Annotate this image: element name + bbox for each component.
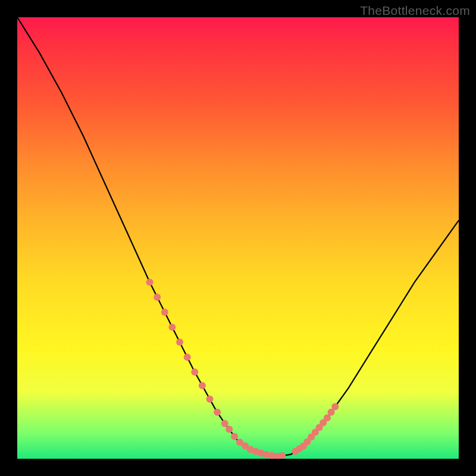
marker-dot xyxy=(161,309,168,316)
marker-dot xyxy=(214,409,221,416)
main-curve xyxy=(17,17,459,456)
marker-dot xyxy=(168,324,176,331)
curve-svg xyxy=(17,17,459,459)
marker-dot xyxy=(331,403,339,410)
marker-dot xyxy=(231,433,238,440)
marker-dot xyxy=(154,293,161,300)
marker-segment-2 xyxy=(292,403,339,455)
marker-dot xyxy=(278,452,286,459)
marker-dot xyxy=(176,339,183,346)
marker-dot xyxy=(226,426,233,433)
marker-dot xyxy=(206,396,214,403)
marker-segment-1 xyxy=(226,426,286,459)
curve-group xyxy=(17,17,459,459)
plot-area xyxy=(17,17,459,459)
marker-dot xyxy=(199,382,206,389)
marker-dot xyxy=(221,420,228,427)
marker-dot xyxy=(191,368,198,375)
marker-dot xyxy=(184,353,191,361)
watermark-text: TheBottleneck.com xyxy=(360,4,470,18)
marker-dot xyxy=(146,278,154,286)
